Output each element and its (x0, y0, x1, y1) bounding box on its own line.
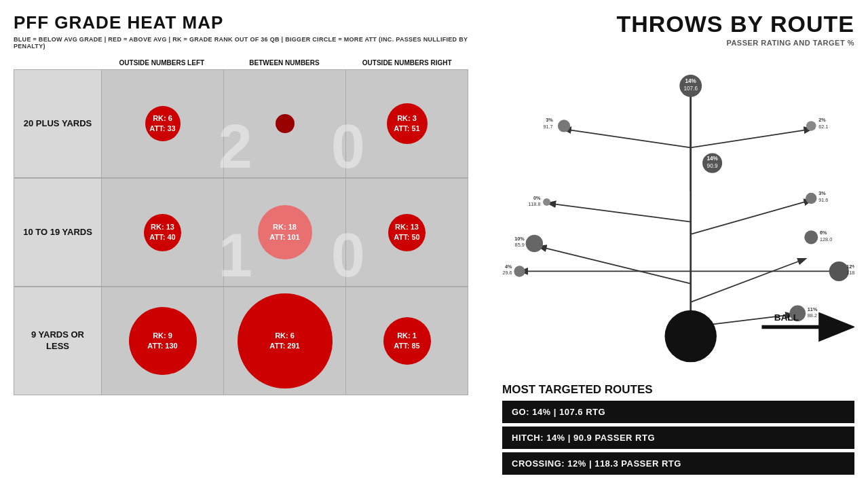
att-label: ATT: 85 (394, 341, 419, 351)
col-header-mid: BETWEEN NUMBERS (223, 59, 346, 69)
grid-rows: 20 PLUS YARDSRK: 6ATT: 33RK: 3ATT: 51201… (14, 69, 468, 395)
right-panel: THROWS BY ROUTE PASSER RATING AND TARGET… (482, 0, 868, 489)
stat-circle: RK: 3ATT: 51 (387, 103, 428, 144)
svg-text:118.8: 118.8 (528, 201, 540, 207)
svg-text:88.2: 88.2 (808, 312, 817, 319)
att-label: ATT: 40 (149, 232, 175, 242)
svg-text:128.0: 128.0 (820, 236, 832, 242)
grid-cell: RK: 9ATT: 130 (101, 287, 223, 395)
svg-text:11%: 11% (808, 306, 818, 312)
svg-text:BALL: BALL (774, 312, 799, 323)
grid-cell: RK: 13ATT: 40 (101, 179, 223, 286)
rank-label: RK: 3 (397, 113, 417, 124)
rank-label: RK: 9 (153, 331, 172, 341)
grid-row: 10 TO 19 YARDSRK: 13ATT: 40RK: 18ATT: 10… (14, 178, 468, 287)
svg-line-5 (548, 203, 690, 221)
route-bar-1: HITCH: 14% | 90.9 PASSER RTG (502, 427, 854, 449)
throws-title: THROWS BY ROUTE (502, 11, 854, 37)
col-header-right: OUTSIDE NUMBERS RIGHT (345, 59, 468, 69)
svg-text:62.1: 62.1 (818, 124, 828, 130)
col-headers: OUTSIDE NUMBERS LEFT BETWEEN NUMBERS OUT… (100, 59, 468, 69)
routes-title: MOST TARGETED ROUTES (502, 383, 854, 397)
subtitle: BLUE = BELOW AVG GRADE | RED = ABOVE AVG… (14, 36, 468, 50)
stat-circle: RK: 13ATT: 50 (388, 214, 426, 251)
svg-point-16 (558, 120, 570, 132)
svg-text:6%: 6% (820, 230, 827, 236)
title-section: PFF GRADE HEAT MAP BLUE = BELOW AVG GRAD… (14, 12, 468, 50)
stat-circle: RK: 6ATT: 33 (145, 106, 181, 141)
grid-cell: RK: 6ATT: 33 (101, 70, 223, 177)
grid-row: 20 PLUS YARDSRK: 6ATT: 33RK: 3ATT: 5120 (14, 69, 468, 178)
throws-diagram: 14% 107.6 3% 91.7 2% 62.1 14% 90.9 0% 11… (502, 54, 854, 378)
main-title: PFF GRADE HEAT MAP (14, 12, 468, 33)
grid-cell: RK: 3ATT: 51 (345, 70, 468, 177)
svg-text:3%: 3% (546, 117, 553, 123)
route-bar-2: CROSSING: 12% | 118.3 PASSER RTG (502, 452, 854, 475)
grid-cell: RK: 18ATT: 101 (223, 179, 345, 286)
svg-point-37 (514, 266, 525, 276)
rank-label: RK: 6 (275, 331, 295, 341)
svg-text:4%: 4% (505, 264, 512, 270)
svg-text:2%: 2% (818, 117, 826, 123)
row-label: 20 PLUS YARDS (14, 70, 101, 177)
rank-label: RK: 13 (395, 222, 419, 232)
svg-text:10%: 10% (514, 236, 525, 242)
row-label: 10 TO 19 YARDS (14, 179, 101, 286)
svg-text:12%: 12% (846, 264, 854, 270)
svg-line-6 (691, 200, 812, 234)
att-label: ATT: 33 (149, 124, 175, 134)
svg-line-10 (691, 259, 805, 302)
grid-cell (223, 70, 345, 177)
att-label: ATT: 101 (269, 232, 299, 242)
grid-cell: RK: 6ATT: 291 (223, 287, 345, 395)
stat-circle: RK: 1ATT: 85 (383, 317, 431, 365)
svg-text:91.7: 91.7 (544, 124, 553, 130)
diagram-container: 14% 107.6 3% 91.7 2% 62.1 14% 90.9 0% 11… (502, 54, 854, 378)
grid-cell: RK: 13ATT: 50 (345, 179, 468, 286)
row-cells: RK: 9ATT: 130RK: 6ATT: 291RK: 1ATT: 85 (101, 287, 468, 395)
svg-point-34 (804, 230, 818, 244)
svg-line-9 (540, 247, 691, 284)
svg-text:14%: 14% (685, 78, 697, 84)
rank-label: RK: 6 (153, 113, 172, 124)
svg-point-31 (526, 235, 543, 252)
heat-map-grid: OUTSIDE NUMBERS LEFT BETWEEN NUMBERS OUT… (14, 59, 468, 395)
row-cells: RK: 6ATT: 33RK: 3ATT: 5120 (101, 70, 468, 177)
rank-label: RK: 18 (273, 222, 297, 232)
svg-text:3%: 3% (818, 190, 826, 196)
att-label: ATT: 291 (269, 341, 299, 351)
svg-line-3 (691, 129, 812, 147)
row-cells: RK: 13ATT: 40RK: 18ATT: 101RK: 13ATT: 50… (101, 179, 468, 286)
throws-subtitle: PASSER RATING AND TARGET % (502, 39, 854, 47)
att-label: ATT: 130 (147, 341, 177, 351)
svg-text:0%: 0% (533, 195, 541, 201)
grid-row: 9 YARDS OR LESSRK: 9ATT: 130RK: 6ATT: 29… (14, 287, 468, 395)
svg-point-46 (664, 310, 716, 362)
svg-text:107.6: 107.6 (683, 86, 698, 92)
grid-cell: RK: 1ATT: 85 (345, 287, 468, 395)
att-label: ATT: 50 (394, 232, 419, 242)
svg-text:90.9: 90.9 (707, 163, 718, 169)
stat-circle: RK: 9ATT: 130 (129, 307, 197, 375)
rank-label: RK: 13 (151, 222, 174, 232)
svg-line-2 (564, 129, 691, 147)
col-header-left: OUTSIDE NUMBERS LEFT (100, 59, 223, 69)
stat-circle: RK: 18ATT: 101 (258, 205, 312, 259)
svg-text:85.9: 85.9 (515, 242, 525, 248)
rank-label: RK: 1 (397, 331, 417, 341)
row-label: 9 YARDS OR LESS (14, 287, 101, 395)
stat-circle: RK: 13ATT: 40 (144, 214, 181, 251)
svg-text:91.6: 91.6 (818, 197, 828, 203)
svg-text:14%: 14% (706, 156, 718, 162)
svg-point-19 (806, 121, 816, 131)
stat-circle: RK: 6ATT: 291 (238, 293, 333, 388)
svg-point-25 (543, 198, 550, 206)
att-label: ATT: 51 (394, 124, 419, 134)
routes-section: MOST TARGETED ROUTES GO: 14% | 107.6 RTG… (502, 383, 854, 478)
route-bar-0: GO: 14% | 107.6 RTG (502, 401, 854, 423)
svg-text:118.3: 118.3 (846, 270, 854, 276)
stat-circle (276, 114, 295, 133)
left-panel: PFF GRADE HEAT MAP BLUE = BELOW AVG GRAD… (0, 0, 482, 489)
svg-text:129.6: 129.6 (502, 270, 512, 276)
svg-point-28 (806, 193, 816, 204)
